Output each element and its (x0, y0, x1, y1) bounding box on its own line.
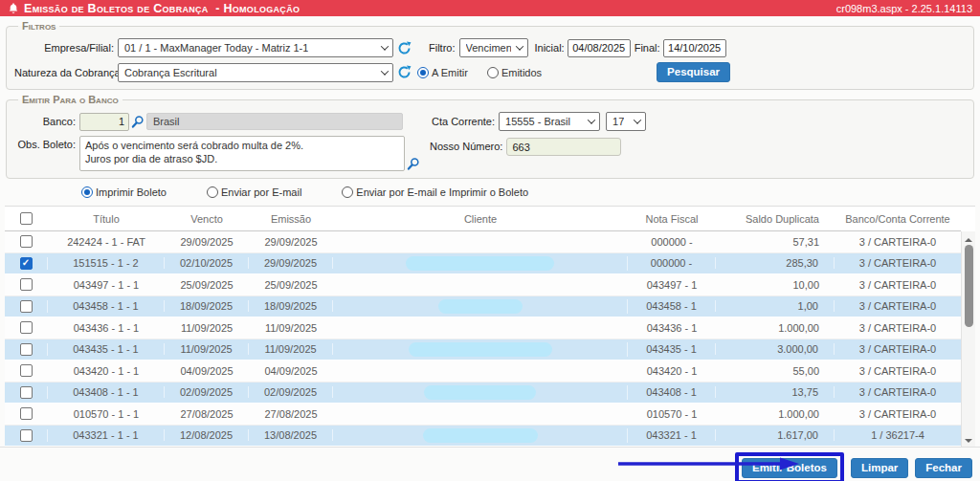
table-row[interactable]: 043321 - 1 - 112/08/202513/08/2025043321… (5, 426, 961, 448)
table-row[interactable]: 151515 - 1 - 202/10/202529/09/2025000000… (5, 253, 961, 275)
natureza-select[interactable]: Cobrança Escritural (118, 63, 393, 82)
filters-row-1: Empresa/Filial: 01 / 1 - MaxManager Toda… (14, 38, 966, 57)
scroll-up-icon[interactable] (965, 234, 972, 242)
cell-saldo-duplicata: 1.617,00 (716, 429, 835, 441)
cell-titulo: 043420 - 1 - 1 (48, 365, 165, 377)
scrollbar-thumb[interactable] (965, 245, 973, 327)
search-icon[interactable] (131, 115, 145, 129)
filters-row-2: Natureza da Cobrança: Cobrança Escritura… (14, 62, 966, 82)
cell-saldo-duplicata: 285,30 (716, 257, 835, 269)
boletos-table: Título Vencto Emissão Cliente Nota Fisca… (5, 206, 975, 447)
refresh-icon[interactable] (397, 41, 412, 55)
table-row[interactable]: 043436 - 1 - 111/09/202511/09/2025043436… (5, 317, 961, 339)
bank-legend: Emitir Para o Banco (18, 94, 122, 105)
cell-vencto: 04/09/2025 (165, 365, 249, 377)
row-checkbox[interactable] (20, 429, 33, 442)
column-header-titulo[interactable]: Título (48, 213, 165, 225)
search-icon[interactable] (407, 157, 420, 171)
final-date-input[interactable] (663, 39, 726, 57)
select-all-checkbox[interactable] (20, 212, 33, 225)
cta-digit-select[interactable]: 17 (606, 112, 646, 131)
scroll-down-icon[interactable] (965, 439, 972, 447)
column-header-banco-conta[interactable]: Banco/Conta Corrente (835, 213, 961, 225)
banco-code-input[interactable] (79, 113, 129, 131)
cell-banco-conta: 3 / CARTEIRA-0 (835, 365, 961, 377)
pesquisar-button[interactable]: Pesquisar (657, 62, 730, 82)
column-header-saldo-duplicata[interactable]: Saldo Duplicata (716, 213, 835, 225)
cell-titulo: 043408 - 1 - 1 (48, 386, 165, 398)
cell-saldo-duplicata: 55,00 (716, 365, 835, 377)
radio-emitidos[interactable]: Emitidos (487, 67, 542, 78)
column-header-emissao[interactable]: Emissão (249, 213, 333, 225)
cell-nota-fiscal: 043321 - 1 (628, 429, 716, 441)
cell-banco-conta: 3 / CARTEIRA-0 (835, 408, 961, 420)
radio-dot (487, 67, 499, 78)
cell-saldo-duplicata: 1.000,00 (716, 408, 835, 420)
table-row[interactable]: 043458 - 1 - 118/09/202518/09/2025043458… (5, 296, 961, 318)
row-checkbox[interactable] (20, 364, 33, 377)
output-options-row: Imprimir BoletoEnviar por E-mailEnviar p… (81, 186, 980, 198)
cell-saldo-duplicata: 3.000,00 (716, 343, 835, 355)
output-option-0[interactable]: Imprimir Boleto (81, 186, 167, 198)
table-row[interactable]: 043435 - 1 - 111/09/202511/09/2025043435… (5, 339, 961, 361)
obs-boleto-label: Obs. Boleto: (14, 139, 76, 150)
cell-banco-conta: 3 / CARTEIRA-0 (835, 279, 961, 291)
column-header-cliente[interactable]: Cliente (333, 213, 628, 225)
row-checkbox[interactable] (20, 257, 33, 270)
column-header-nota-fiscal[interactable]: Nota Fiscal (628, 213, 716, 225)
cell-vencto: 11/09/2025 (165, 343, 249, 355)
radio-a-emitir[interactable]: A Emitir (417, 67, 468, 78)
column-header-vencto[interactable]: Vencto (165, 213, 249, 225)
radio-dot (417, 67, 429, 78)
row-checkbox-cell (5, 321, 48, 334)
empresa-select[interactable]: 01 / 1 - MaxManager Today - Matriz 1-1 (118, 38, 393, 57)
filters-legend: Filtros (18, 20, 59, 32)
cell-emissao: 29/09/2025 (249, 236, 333, 248)
output-option-2[interactable]: Enviar por E-mail e Imprimir o Boleto (342, 186, 528, 198)
table-row[interactable]: 043497 - 1 - 125/09/202525/09/2025043497… (5, 274, 961, 296)
radio-a-emitir-label: A Emitir (432, 67, 468, 78)
chevron-down-icon (381, 42, 389, 50)
row-checkbox[interactable] (20, 407, 33, 420)
row-checkbox-cell (5, 235, 48, 248)
output-option-1[interactable]: Enviar por E-mail (207, 186, 301, 198)
output-option-label: Imprimir Boleto (96, 186, 167, 198)
table-row[interactable]: 010570 - 1 - 127/08/202527/08/2025010570… (5, 404, 961, 426)
vertical-scrollbar[interactable] (961, 231, 975, 447)
natureza-select-value: Cobrança Escritural (124, 67, 217, 78)
page-title: Emissão de Boletos de Cobrança - Homolog… (24, 2, 300, 15)
cell-vencto: 18/09/2025 (165, 300, 249, 312)
row-checkbox[interactable] (20, 386, 33, 399)
row-checkbox[interactable] (20, 235, 33, 248)
row-checkbox[interactable] (20, 343, 33, 356)
cell-emissao: 18/09/2025 (249, 300, 333, 312)
row-checkbox[interactable] (20, 321, 33, 334)
radio-dot (81, 186, 93, 198)
cell-banco-conta: 3 / CARTEIRA-0 (835, 322, 961, 334)
inicial-date-input[interactable] (568, 39, 631, 57)
row-checkbox[interactable] (20, 300, 33, 313)
cta-corrente-select[interactable]: 15555 - Brasil (499, 112, 600, 131)
cell-titulo: 043458 - 1 - 1 (48, 300, 165, 312)
refresh-icon[interactable] (397, 65, 412, 79)
cell-vencto: 27/08/2025 (165, 408, 249, 420)
row-checkbox[interactable] (20, 278, 33, 291)
fechar-button[interactable]: Fechar (915, 458, 972, 478)
cell-vencto: 11/09/2025 (165, 322, 249, 334)
cliente-redaction (424, 385, 536, 400)
cell-saldo-duplicata: 10,00 (716, 279, 835, 291)
table-row[interactable]: 043420 - 1 - 104/09/202504/09/2025043420… (5, 361, 961, 383)
cell-titulo: 043435 - 1 - 1 (48, 343, 165, 355)
table-row[interactable]: 043408 - 1 - 102/09/202502/09/2025043408… (5, 383, 961, 404)
table-body: 242424 - 1 - FAT29/09/202529/09/20250000… (5, 231, 975, 447)
limpar-button[interactable]: Limpar (851, 458, 908, 478)
cell-nota-fiscal: 000000 - (628, 236, 716, 248)
filtro-select[interactable]: Vencimento (459, 38, 528, 57)
obs-boleto-textarea[interactable]: Após o vencimento será cobrado multa de … (79, 136, 405, 171)
output-option-label: Enviar por E-mail e Imprimir o Boleto (356, 186, 528, 198)
table-row[interactable]: 242424 - 1 - FAT29/09/202529/09/20250000… (5, 231, 961, 253)
cell-nota-fiscal: 043408 - 1 (628, 386, 716, 398)
cell-nota-fiscal: 043435 - 1 (628, 343, 716, 355)
cell-saldo-duplicata: 1,00 (716, 300, 835, 312)
titlebar: Emissão de Boletos de Cobrança - Homolog… (0, 0, 980, 16)
